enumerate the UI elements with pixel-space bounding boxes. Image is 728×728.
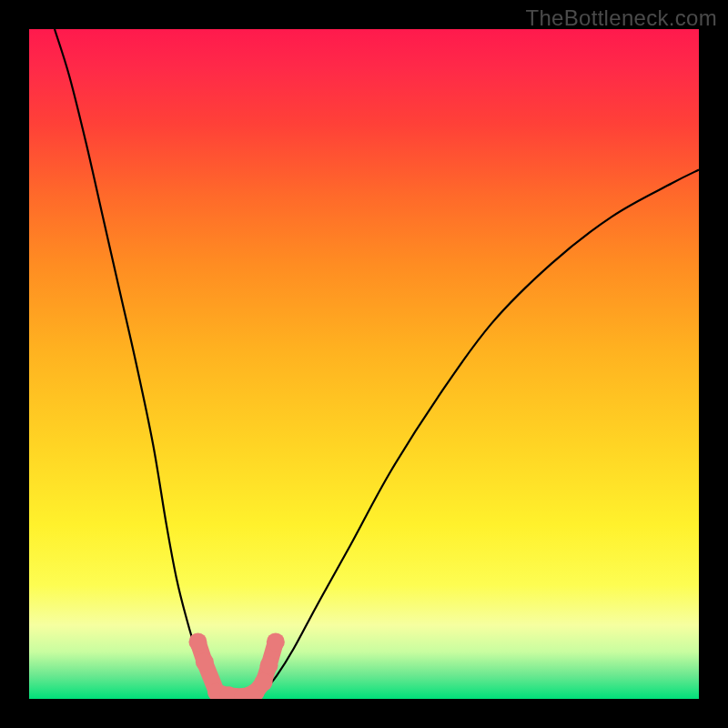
data-marker — [259, 656, 278, 674]
data-marker — [255, 673, 273, 692]
chart-stage: TheBottleneck.com — [0, 0, 728, 728]
data-marker — [188, 632, 207, 651]
left-curve — [55, 29, 221, 695]
data-marker — [196, 653, 214, 672]
plot-area — [29, 29, 699, 699]
curves-svg — [29, 29, 699, 699]
attribution-label: TheBottleneck.com — [525, 5, 717, 31]
right-curve — [264, 170, 699, 693]
data-marker — [267, 632, 285, 651]
